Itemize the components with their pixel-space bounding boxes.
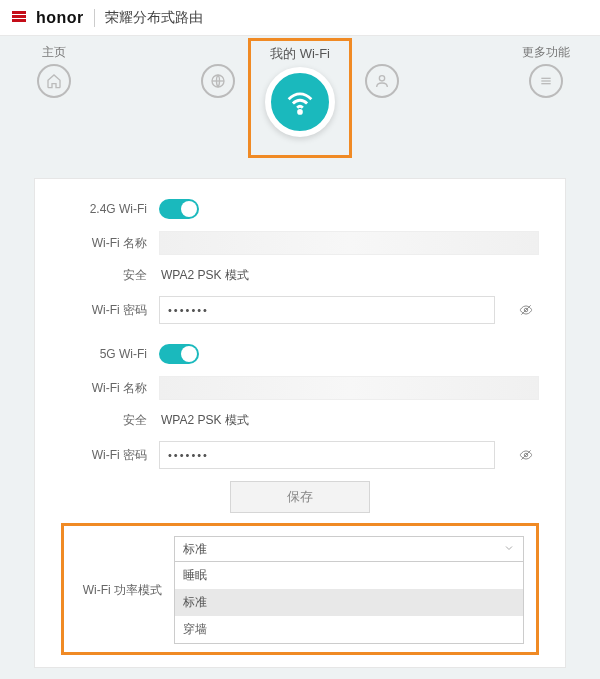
power-mode-options: 睡眠 标准 穿墙 (174, 562, 524, 644)
wifi5-password-label: Wi-Fi 密码 (61, 447, 147, 464)
nav-internet-label (216, 44, 219, 60)
nav-wifi-highlight: 我的 Wi-Fi (248, 38, 352, 158)
power-mode-selected: 标准 (183, 541, 207, 558)
eye-icon (517, 303, 535, 317)
power-option-wall[interactable]: 穿墙 (175, 616, 523, 643)
wifi24-password-row: Wi-Fi 密码 ••••••• (61, 296, 539, 324)
nav-more-label: 更多功能 (522, 44, 570, 60)
wifi5-password-mask: ••••••• (168, 449, 209, 461)
wifi24-security-label: 安全 (61, 267, 147, 284)
nav-more[interactable]: 更多功能 (516, 44, 576, 156)
wifi-settings-panel: 2.4G Wi-Fi Wi-Fi 名称 安全 WPA2 PSK 模式 Wi-Fi… (34, 178, 566, 668)
wifi24-toggle-row: 2.4G Wi-Fi (61, 199, 539, 219)
svg-point-2 (379, 76, 384, 81)
nav-home[interactable]: 主页 (24, 44, 84, 156)
wifi24-security-value: WPA2 PSK 模式 (159, 267, 539, 284)
wifi5-password-input[interactable]: ••••••• (159, 441, 495, 469)
menu-icon (529, 64, 563, 98)
nav-user-label (380, 44, 383, 60)
honor-logo-mark (12, 11, 26, 25)
nav-wifi-label: 我的 Wi-Fi (270, 45, 330, 63)
top-nav: 主页 我的 Wi-Fi 更多功能 (0, 36, 600, 156)
save-button[interactable]: 保存 (230, 481, 370, 513)
brand-text: honor (36, 9, 84, 27)
power-option-standard[interactable]: 标准 (175, 589, 523, 616)
nav-home-label: 主页 (42, 44, 66, 60)
product-name: 荣耀分布式路由 (105, 9, 203, 27)
wifi24-name-input[interactable] (159, 231, 539, 255)
wifi24-password-label: Wi-Fi 密码 (61, 302, 147, 319)
wifi5-password-row: Wi-Fi 密码 ••••••• (61, 441, 539, 469)
wifi24-security-row: 安全 WPA2 PSK 模式 (61, 267, 539, 284)
wifi24-toggle[interactable] (159, 199, 199, 219)
wifi24-name-label: Wi-Fi 名称 (61, 235, 147, 252)
power-mode-select-head[interactable]: 标准 (174, 536, 524, 562)
chevron-down-icon (503, 542, 515, 557)
wifi5-name-label: Wi-Fi 名称 (61, 380, 147, 397)
wifi24-section-label: 2.4G Wi-Fi (61, 202, 147, 216)
power-mode-row: Wi-Fi 功率模式 标准 睡眠 标准 穿墙 (76, 536, 524, 644)
wifi5-security-row: 安全 WPA2 PSK 模式 (61, 412, 539, 429)
wifi5-toggle[interactable] (159, 344, 199, 364)
wifi-power-mode-highlight: Wi-Fi 功率模式 标准 睡眠 标准 穿墙 (61, 523, 539, 655)
user-icon (365, 64, 399, 98)
wifi5-toggle-row: 5G Wi-Fi (61, 344, 539, 364)
power-mode-select[interactable]: 标准 睡眠 标准 穿墙 (174, 536, 524, 644)
wifi5-password-visibility-toggle[interactable] (513, 443, 539, 467)
eye-icon (517, 448, 535, 462)
home-icon (37, 64, 71, 98)
wifi-icon (283, 85, 317, 119)
wifi24-name-row: Wi-Fi 名称 (61, 231, 539, 255)
wifi5-security-value: WPA2 PSK 模式 (159, 412, 539, 429)
wifi24-password-visibility-toggle[interactable] (513, 298, 539, 322)
wifi5-section-label: 5G Wi-Fi (61, 347, 147, 361)
power-option-sleep[interactable]: 睡眠 (175, 562, 523, 589)
wifi5-security-label: 安全 (61, 412, 147, 429)
globe-icon (201, 64, 235, 98)
nav-internet[interactable] (188, 44, 248, 156)
nav-user[interactable] (352, 44, 412, 156)
app-header: honor 荣耀分布式路由 (0, 0, 600, 36)
power-mode-label: Wi-Fi 功率模式 (76, 582, 162, 599)
nav-wifi-button[interactable] (265, 67, 335, 137)
wifi5-name-row: Wi-Fi 名称 (61, 376, 539, 400)
wifi5-name-input[interactable] (159, 376, 539, 400)
wifi24-password-input[interactable]: ••••••• (159, 296, 495, 324)
wifi24-password-mask: ••••••• (168, 304, 209, 316)
svg-point-1 (299, 111, 302, 114)
brand-divider (94, 9, 95, 27)
